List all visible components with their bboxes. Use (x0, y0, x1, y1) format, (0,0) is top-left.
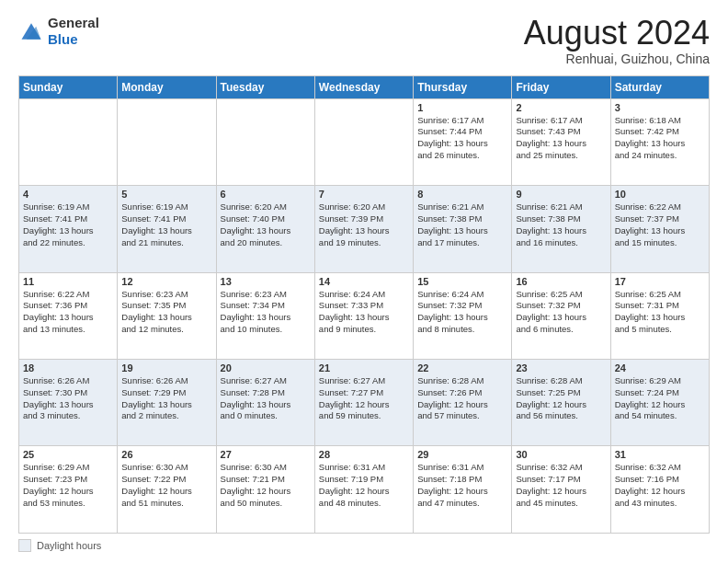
day-number: 28 (319, 449, 409, 460)
calendar-week-3: 11Sunrise: 6:22 AM Sunset: 7:36 PM Dayli… (19, 272, 710, 359)
day-number: 3 (615, 102, 705, 113)
calendar-header-tuesday: Tuesday (216, 75, 314, 98)
calendar-cell: 8Sunrise: 6:21 AM Sunset: 7:38 PM Daylig… (414, 186, 512, 272)
calendar-cell: 21Sunrise: 6:27 AM Sunset: 7:27 PM Dayli… (314, 360, 413, 446)
calendar-cell (314, 98, 413, 185)
day-number: 29 (417, 449, 507, 460)
day-number: 9 (516, 189, 606, 200)
day-number: 11 (23, 276, 113, 287)
calendar-cell (216, 98, 314, 185)
day-info: Sunrise: 6:31 AM Sunset: 7:19 PM Dayligh… (319, 462, 409, 509)
legend-label: Daylight hours (37, 540, 101, 551)
day-info: Sunrise: 6:17 AM Sunset: 7:43 PM Dayligh… (516, 115, 606, 162)
calendar-table: SundayMondayTuesdayWednesdayThursdayFrid… (18, 75, 710, 534)
calendar-cell: 23Sunrise: 6:28 AM Sunset: 7:25 PM Dayli… (512, 360, 610, 446)
calendar-cell: 24Sunrise: 6:29 AM Sunset: 7:24 PM Dayli… (610, 360, 709, 446)
footer: Daylight hours (18, 539, 710, 552)
calendar-week-1: 1Sunrise: 6:17 AM Sunset: 7:44 PM Daylig… (19, 98, 710, 185)
day-info: Sunrise: 6:24 AM Sunset: 7:33 PM Dayligh… (319, 289, 409, 336)
day-number: 30 (516, 449, 606, 460)
day-info: Sunrise: 6:32 AM Sunset: 7:16 PM Dayligh… (615, 462, 705, 509)
logo-line1: General (48, 15, 99, 31)
calendar-header-row: SundayMondayTuesdayWednesdayThursdayFrid… (19, 75, 710, 98)
calendar-cell: 31Sunrise: 6:32 AM Sunset: 7:16 PM Dayli… (610, 446, 709, 534)
day-info: Sunrise: 6:20 AM Sunset: 7:39 PM Dayligh… (319, 201, 409, 248)
calendar-cell: 16Sunrise: 6:25 AM Sunset: 7:32 PM Dayli… (512, 272, 610, 359)
calendar-cell: 2Sunrise: 6:17 AM Sunset: 7:43 PM Daylig… (512, 98, 610, 185)
calendar-cell: 15Sunrise: 6:24 AM Sunset: 7:32 PM Dayli… (414, 272, 512, 359)
calendar-cell: 9Sunrise: 6:21 AM Sunset: 7:38 PM Daylig… (512, 186, 610, 272)
legend-box (18, 539, 31, 552)
calendar-header-friday: Friday (512, 75, 610, 98)
day-info: Sunrise: 6:20 AM Sunset: 7:40 PM Dayligh… (221, 201, 311, 248)
day-number: 6 (221, 189, 311, 200)
day-number: 19 (121, 362, 211, 373)
day-info: Sunrise: 6:30 AM Sunset: 7:21 PM Dayligh… (221, 462, 311, 509)
calendar-week-2: 4Sunrise: 6:19 AM Sunset: 7:41 PM Daylig… (19, 186, 710, 272)
day-number: 17 (615, 276, 705, 287)
day-info: Sunrise: 6:19 AM Sunset: 7:41 PM Dayligh… (23, 201, 113, 248)
day-info: Sunrise: 6:27 AM Sunset: 7:28 PM Dayligh… (221, 375, 311, 422)
day-number: 27 (221, 449, 311, 460)
day-info: Sunrise: 6:25 AM Sunset: 7:31 PM Dayligh… (615, 289, 705, 336)
page: General Blue August 2024 Renhuai, Guizho… (0, 0, 728, 563)
day-info: Sunrise: 6:29 AM Sunset: 7:24 PM Dayligh… (615, 375, 705, 422)
day-info: Sunrise: 6:18 AM Sunset: 7:42 PM Dayligh… (615, 115, 705, 162)
logo-text: General Blue (48, 15, 99, 48)
calendar-cell: 11Sunrise: 6:22 AM Sunset: 7:36 PM Dayli… (19, 272, 118, 359)
day-info: Sunrise: 6:28 AM Sunset: 7:25 PM Dayligh… (516, 375, 606, 422)
day-info: Sunrise: 6:17 AM Sunset: 7:44 PM Dayligh… (417, 115, 507, 162)
title-block: August 2024 Renhuai, Guizhou, China (524, 15, 710, 66)
calendar-cell: 7Sunrise: 6:20 AM Sunset: 7:39 PM Daylig… (314, 186, 413, 272)
calendar-cell: 14Sunrise: 6:24 AM Sunset: 7:33 PM Dayli… (314, 272, 413, 359)
calendar-week-5: 25Sunrise: 6:29 AM Sunset: 7:23 PM Dayli… (19, 446, 710, 534)
day-number: 21 (319, 362, 409, 373)
calendar-cell: 30Sunrise: 6:32 AM Sunset: 7:17 PM Dayli… (512, 446, 610, 534)
calendar-cell: 28Sunrise: 6:31 AM Sunset: 7:19 PM Dayli… (314, 446, 413, 534)
calendar-cell: 4Sunrise: 6:19 AM Sunset: 7:41 PM Daylig… (19, 186, 118, 272)
day-number: 14 (319, 276, 409, 287)
calendar-header-thursday: Thursday (414, 75, 512, 98)
logo-icon (18, 18, 44, 44)
day-info: Sunrise: 6:25 AM Sunset: 7:32 PM Dayligh… (516, 289, 606, 336)
day-info: Sunrise: 6:32 AM Sunset: 7:17 PM Dayligh… (516, 462, 606, 509)
day-info: Sunrise: 6:21 AM Sunset: 7:38 PM Dayligh… (516, 201, 606, 248)
day-number: 26 (121, 449, 211, 460)
calendar-header-wednesday: Wednesday (314, 75, 413, 98)
month-title: August 2024 (524, 15, 710, 52)
day-info: Sunrise: 6:22 AM Sunset: 7:36 PM Dayligh… (23, 289, 113, 336)
calendar-cell: 27Sunrise: 6:30 AM Sunset: 7:21 PM Dayli… (216, 446, 314, 534)
day-info: Sunrise: 6:19 AM Sunset: 7:41 PM Dayligh… (121, 201, 211, 248)
calendar-cell: 18Sunrise: 6:26 AM Sunset: 7:30 PM Dayli… (19, 360, 118, 446)
day-number: 23 (516, 362, 606, 373)
calendar-cell: 1Sunrise: 6:17 AM Sunset: 7:44 PM Daylig… (414, 98, 512, 185)
calendar-cell: 13Sunrise: 6:23 AM Sunset: 7:34 PM Dayli… (216, 272, 314, 359)
calendar-week-4: 18Sunrise: 6:26 AM Sunset: 7:30 PM Dayli… (19, 360, 710, 446)
calendar-cell (118, 98, 216, 185)
day-info: Sunrise: 6:30 AM Sunset: 7:22 PM Dayligh… (121, 462, 211, 509)
day-info: Sunrise: 6:26 AM Sunset: 7:29 PM Dayligh… (121, 375, 211, 422)
day-number: 13 (221, 276, 311, 287)
day-number: 8 (417, 189, 507, 200)
day-number: 25 (23, 449, 113, 460)
calendar-cell: 22Sunrise: 6:28 AM Sunset: 7:26 PM Dayli… (414, 360, 512, 446)
day-info: Sunrise: 6:23 AM Sunset: 7:35 PM Dayligh… (121, 289, 211, 336)
day-info: Sunrise: 6:21 AM Sunset: 7:38 PM Dayligh… (417, 201, 507, 248)
day-number: 5 (121, 189, 211, 200)
day-number: 10 (615, 189, 705, 200)
day-number: 20 (221, 362, 311, 373)
calendar-cell: 25Sunrise: 6:29 AM Sunset: 7:23 PM Dayli… (19, 446, 118, 534)
calendar-cell: 19Sunrise: 6:26 AM Sunset: 7:29 PM Dayli… (118, 360, 216, 446)
day-number: 2 (516, 102, 606, 113)
logo: General Blue (18, 15, 99, 48)
day-number: 4 (23, 189, 113, 200)
day-info: Sunrise: 6:28 AM Sunset: 7:26 PM Dayligh… (417, 375, 507, 422)
calendar-header-monday: Monday (118, 75, 216, 98)
day-number: 7 (319, 189, 409, 200)
day-info: Sunrise: 6:22 AM Sunset: 7:37 PM Dayligh… (615, 201, 705, 248)
day-number: 15 (417, 276, 507, 287)
calendar-cell: 29Sunrise: 6:31 AM Sunset: 7:18 PM Dayli… (414, 446, 512, 534)
calendar-cell: 20Sunrise: 6:27 AM Sunset: 7:28 PM Dayli… (216, 360, 314, 446)
day-number: 16 (516, 276, 606, 287)
calendar-cell: 3Sunrise: 6:18 AM Sunset: 7:42 PM Daylig… (610, 98, 709, 185)
